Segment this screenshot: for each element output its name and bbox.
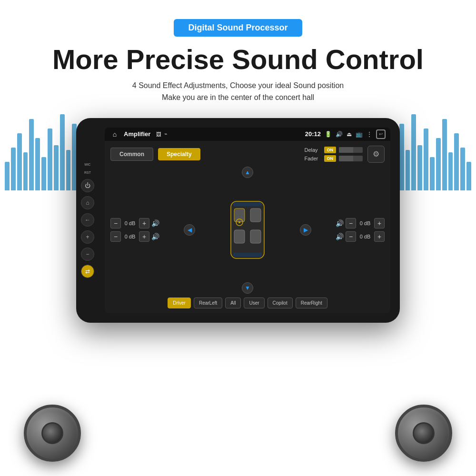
photo-icon: 🖼 [156,131,161,137]
right-channel-controls: 🔊 − 0 dB + 🔊 − 0 dB + [336,167,385,294]
bottom-left-db-row: − 0 dB + 🔊 [110,231,159,242]
menu-dots[interactable]: ⋮ [367,131,372,138]
status-right: 🔋 🔊 ⏏ 📺 ⋮ ↩ [325,129,386,139]
delay-fader-area: Delay ON Fader ON [305,147,363,162]
mic-label: MIC [85,163,91,166]
top-left-plus[interactable]: + [139,218,149,228]
vol-up-btn[interactable]: + [81,230,94,244]
bottom-right-db-row: 🔊 − 0 dB + [336,231,385,242]
car-unit: MIC RST ⏻ ⌂ ← + − ⇄ ⌂ Amplifier 🖼 ⌁ 20:1… [76,118,400,323]
car-svg [224,197,271,263]
svg-rect-3 [234,230,245,243]
top-right-db-row: 🔊 − 0 dB + [336,218,385,228]
delay-slider[interactable] [339,147,363,153]
fader-label: Fader [305,156,321,161]
arrow-down[interactable]: ▼ [242,282,253,294]
all-btn[interactable]: All [225,298,241,308]
top-right-plus[interactable]: + [374,218,385,228]
bottom-right-db: 0 dB [358,234,372,239]
svg-rect-8 [233,253,262,257]
svg-rect-7 [233,202,262,206]
fader-on-badge: ON [324,155,337,162]
subtitle: 4 Sound Effect Adjustments, Choose your … [0,79,476,104]
device-wrapper: MIC RST ⏻ ⌂ ← + − ⇄ ⌂ Amplifier 🖼 ⌁ 20:1… [0,118,476,323]
bottom-right-minus[interactable]: − [346,231,356,242]
fader-row: Fader ON [305,155,363,162]
svg-rect-2 [250,208,261,222]
copilot-btn[interactable]: Copilot [268,298,293,308]
status-bar: ⌂ Amplifier 🖼 ⌁ 20:12 🔋 🔊 ⏏ 📺 ⋮ ↩ [105,128,390,141]
bottom-left-minus[interactable]: − [110,231,121,242]
left-channel-controls: − 0 dB + 🔊 − 0 dB + 🔊 [110,167,159,294]
main-title: More Precise Sound Control [0,44,476,75]
delay-label: Delay [305,147,321,153]
top-row: Common Specialty Delay ON Fader ON [110,146,385,163]
speaker-rl-icon: 🔊 [151,233,159,240]
back-btn-screen[interactable]: ↩ [376,129,386,139]
top-left-db: 0 dB [123,220,137,226]
bottom-left-plus[interactable]: + [139,231,149,242]
left-controls: MIC RST ⏻ ⌂ ← + − ⇄ [81,163,94,278]
status-icons: 🖼 ⌁ [156,131,168,137]
top-right-minus[interactable]: − [346,218,356,228]
arrow-up[interactable]: ▲ [242,167,253,178]
rear-right-btn[interactable]: RearRight [296,298,327,308]
delay-on-badge: ON [324,147,337,153]
bottom-speakers [0,405,476,462]
top-right-db: 0 dB [358,220,372,226]
speaker-fr-icon: 🔊 [336,219,344,227]
back-btn-left[interactable]: ← [81,213,94,227]
bottom-left-db: 0 dB [123,234,137,239]
app-title: Amplifier [124,130,150,138]
vol-down-btn[interactable]: − [81,248,94,261]
right-speaker [395,405,452,462]
eq-btn[interactable]: ⇄ [81,265,94,278]
volume-icon: 🔊 [336,131,343,138]
bottom-right-plus[interactable]: + [374,231,385,242]
car-svg-area [224,197,271,263]
left-speaker [24,405,81,462]
home-btn[interactable]: ⌂ [81,196,94,209]
driver-btn[interactable]: Driver [168,298,191,308]
home-icon[interactable]: ⌂ [109,129,120,139]
battery-icon: 🔋 [325,131,332,138]
main-content: Common Specialty Delay ON Fader ON [105,141,390,313]
fader-slider[interactable] [339,156,363,161]
svg-rect-1 [234,208,245,222]
tab-specialty[interactable]: Specialty [158,148,200,160]
rear-left-btn[interactable]: RearLeft [194,298,222,308]
middle-section: − 0 dB + 🔊 − 0 dB + 🔊 [110,167,385,294]
speaker-fl-icon: 🔊 [151,219,159,227]
settings-btn[interactable]: ⚙ [367,146,385,163]
dsp-badge: Digital Sound Processor [0,19,476,44]
position-row: Driver RearLeft All User Copilot RearRig… [110,298,385,308]
top-left-minus[interactable]: − [110,218,121,228]
user-btn[interactable]: User [244,298,264,308]
speaker-rr-icon: 🔊 [336,233,344,240]
tab-common[interactable]: Common [110,148,153,161]
header: Digital Sound Processor More Precise Sou… [0,0,476,104]
eject-icon: ⏏ [347,131,352,138]
top-left-db-row: − 0 dB + 🔊 [110,218,159,228]
usb-icon: ⌁ [164,131,168,137]
svg-point-6 [238,221,240,223]
arrow-right[interactable]: ▶ [300,224,311,236]
car-arrows-row: ◀ [184,197,311,263]
screen-icon: 📺 [356,131,363,138]
delay-row: Delay ON [305,147,363,153]
arrow-left[interactable]: ◀ [184,224,195,236]
screen: ⌂ Amplifier 🖼 ⌁ 20:12 🔋 🔊 ⏏ 📺 ⋮ ↩ [105,128,390,313]
svg-rect-4 [250,230,261,243]
rst-label: RST [84,171,91,174]
car-diagram: ▲ ◀ [164,167,331,294]
time-display: 20:12 [305,130,321,138]
power-btn[interactable]: ⏻ [81,179,94,192]
